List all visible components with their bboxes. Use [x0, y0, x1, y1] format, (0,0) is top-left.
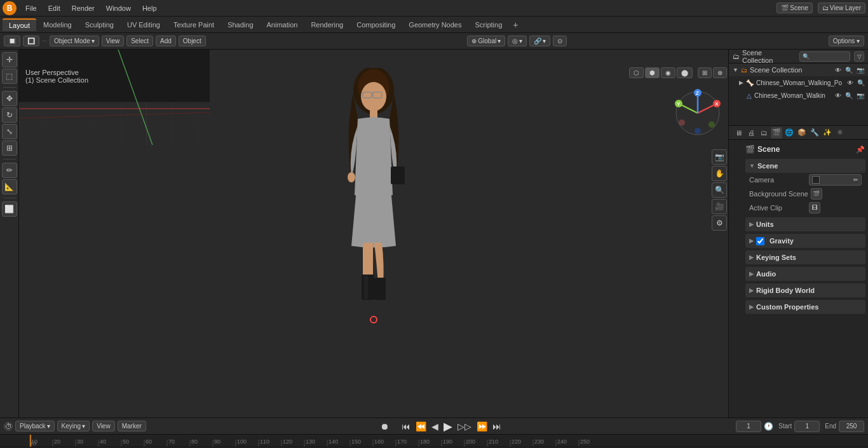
step-fwd-btn[interactable]: ▷▷ — [456, 421, 473, 431]
keying-menu[interactable]: Keying ▾ — [57, 421, 90, 431]
tab-modeling[interactable]: Modeling — [37, 19, 78, 31]
select-box-tool[interactable]: ⬚ — [2, 69, 17, 84]
tab-scripting[interactable]: Scripting — [468, 19, 508, 31]
mode-toggle[interactable]: 🔲 — [4, 36, 20, 46]
menu-edit[interactable]: Edit — [43, 3, 65, 13]
active-clip-icon[interactable]: 🎞 — [809, 202, 820, 214]
visibility-icon[interactable]: 👁 — [835, 67, 841, 74]
gravity-checkbox[interactable] — [756, 237, 764, 245]
prev-keyframe-btn[interactable]: ⏪ — [414, 421, 428, 431]
tab-animation[interactable]: Animation — [261, 19, 304, 31]
props-tab-physics[interactable]: ⚛ — [834, 127, 846, 139]
item-select-icon[interactable]: 🔍 — [857, 79, 865, 86]
cursor-tool[interactable]: ✛ — [2, 52, 17, 67]
background-scene-icon[interactable]: 🎬 — [811, 188, 822, 200]
add-menu[interactable]: Add — [156, 36, 176, 46]
outliner-filter-btn[interactable]: ▽ — [854, 51, 864, 62]
add-cube-tool[interactable]: ⬜ — [2, 201, 17, 217]
end-frame-input[interactable]: 250 — [839, 421, 864, 432]
rotate-tool[interactable]: ↻ — [2, 107, 17, 123]
options-btn[interactable]: Options ▾ — [829, 36, 864, 46]
render-icon[interactable]: 📷 — [857, 67, 864, 74]
props-tab-view-layer[interactable]: 🗂 — [758, 127, 770, 139]
frame-ruler[interactable]: 10 10 20 30 40 50 60 70 80 90 100 11 — [0, 434, 868, 447]
props-tab-particles[interactable]: ✨ — [822, 127, 833, 139]
item2-visibility-icon[interactable]: 👁 — [835, 92, 841, 99]
add-workspace-button[interactable]: + — [509, 18, 522, 31]
proportional-edit[interactable]: ⊙ — [553, 36, 567, 46]
skip-end-btn[interactable]: ⏭ — [491, 421, 503, 431]
props-tab-render[interactable]: 🖥 — [733, 127, 744, 139]
view-layer-selector[interactable]: 🗂 View Layer — [818, 3, 865, 13]
keying-sets-section-header[interactable]: ▶ Keying Sets — [745, 250, 865, 264]
snap-controls[interactable]: 🔗 ▾ — [529, 36, 550, 46]
annotate-tool[interactable]: ✏ — [2, 163, 17, 178]
menu-file[interactable]: File — [20, 3, 42, 13]
viewport-gizmo[interactable]: X Y Z — [672, 88, 723, 139]
next-keyframe-btn[interactable]: ⏩ — [475, 421, 489, 431]
gravity-section-header[interactable]: ▶ Gravity — [745, 234, 865, 248]
move-tool[interactable]: ✥ — [2, 91, 17, 106]
step-back-btn[interactable]: ◀ — [430, 421, 440, 431]
snap-toggle[interactable]: 🔳 — [23, 36, 39, 46]
viewport-render-btn[interactable]: 🎥 — [712, 199, 727, 214]
select-menu[interactable]: Select — [126, 36, 153, 46]
custom-props-section-header[interactable]: ▶ Custom Properties — [745, 300, 865, 314]
outliner-item-1[interactable]: ▶ 🦴 Chinese_Woman_Walking_Po 👁 🔍 📷 — [729, 76, 868, 89]
current-frame-input[interactable]: 1 — [736, 421, 761, 432]
outliner-search[interactable]: 🔍 — [799, 51, 850, 62]
object-menu[interactable]: Object — [179, 36, 206, 46]
tab-texture-paint[interactable]: Texture Paint — [167, 19, 220, 31]
skip-start-btn[interactable]: ⏮ — [400, 421, 412, 431]
item-visibility-icon[interactable]: 👁 — [847, 79, 853, 86]
transform-orientation[interactable]: ⊕ Global ▾ — [467, 36, 505, 46]
viewport-3d[interactable]: User Perspective (1) Scene Collection — [19, 50, 728, 417]
pivot-point[interactable]: ◎ ▾ — [508, 36, 527, 46]
props-tab-modifier[interactable]: 🔧 — [809, 127, 820, 139]
timeline-type-icon[interactable]: ⏱ — [4, 422, 13, 431]
tab-uv-editing[interactable]: UV Editing — [121, 19, 166, 31]
viewport-camera-btn[interactable]: 📷 — [712, 149, 727, 165]
item2-render-icon[interactable]: 📷 — [857, 92, 864, 99]
menu-help[interactable]: Help — [137, 3, 162, 13]
props-tab-object[interactable]: 📦 — [796, 127, 808, 139]
playback-menu[interactable]: Playback ▾ — [15, 421, 55, 431]
camera-value[interactable]: ✏ — [809, 174, 862, 186]
tab-shading[interactable]: Shading — [221, 19, 259, 31]
record-btn[interactable]: ⏺ — [379, 421, 390, 431]
restrict-icon[interactable]: 🔍 — [845, 67, 853, 74]
play-btn[interactable]: ▶ — [442, 419, 454, 433]
viewport-hand-btn[interactable]: ✋ — [712, 166, 727, 181]
item2-select-icon[interactable]: 🔍 — [845, 92, 853, 99]
viewport-overlay-btn[interactable]: ⚙ — [712, 215, 727, 231]
rigid-body-section-header[interactable]: ▶ Rigid Body World — [745, 283, 865, 297]
transform-tool[interactable]: ⊞ — [2, 140, 17, 156]
props-tab-output[interactable]: 🖨 — [745, 127, 757, 139]
scene-prop-pin[interactable]: 📌 — [855, 144, 865, 154]
props-tab-world[interactable]: 🌐 — [783, 127, 795, 139]
units-section-header[interactable]: ▶ Units — [745, 217, 865, 231]
view-menu-tl[interactable]: View — [92, 421, 115, 431]
tab-geometry-nodes[interactable]: Geometry Nodes — [402, 19, 468, 31]
viewport-zoom-btn[interactable]: 🔍 — [712, 182, 727, 198]
menu-window[interactable]: Window — [101, 3, 136, 13]
viewport-shading-rendered[interactable]: ⬤ — [677, 67, 693, 78]
scene-section-header[interactable]: ▼ Scene — [745, 159, 865, 173]
viewport-shading-wire[interactable]: ⬡ — [629, 67, 644, 78]
tab-compositing[interactable]: Compositing — [350, 19, 402, 31]
tab-rendering[interactable]: Rendering — [304, 19, 349, 31]
menu-render[interactable]: Render — [67, 3, 100, 13]
tab-layout[interactable]: Layout — [3, 18, 36, 31]
measure-tool[interactable]: 📐 — [2, 179, 17, 194]
viewport-shading-material[interactable]: ◉ — [661, 67, 675, 78]
camera-edit-icon[interactable]: ✏ — [853, 177, 858, 183]
tab-sculpting[interactable]: Sculpting — [79, 19, 120, 31]
toggle-gizmos[interactable]: ⊕ — [713, 67, 727, 78]
outliner-item-2[interactable]: △ Chinese_Woman_Walkin 👁 🔍 📷 — [729, 89, 868, 102]
viewport-shading-solid[interactable]: ⬢ — [645, 67, 660, 78]
object-mode-selector[interactable]: Object Mode ▾ — [50, 36, 99, 46]
scale-tool[interactable]: ⤡ — [2, 124, 17, 139]
toggle-overlays[interactable]: ⊞ — [698, 67, 712, 78]
scene-selector[interactable]: 🎬 Scene — [776, 3, 812, 13]
view-menu[interactable]: View — [102, 36, 125, 46]
